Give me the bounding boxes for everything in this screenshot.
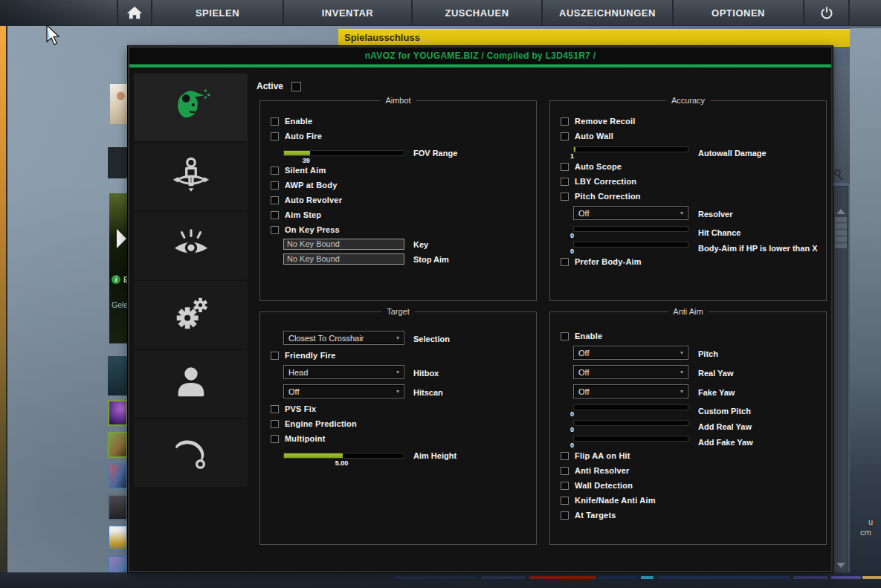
slider-fill xyxy=(284,453,343,458)
control-label: Selection xyxy=(413,335,450,343)
anti-resolver-checkbox[interactable] xyxy=(561,467,569,475)
friend-avatar[interactable] xyxy=(108,525,128,551)
sidebar-tab-visuals[interactable] xyxy=(134,212,248,280)
add-fake-yaw-slider[interactable] xyxy=(573,436,688,442)
strip-segment xyxy=(529,576,596,579)
autowall-damage-slider[interactable] xyxy=(573,146,688,152)
checkbox-label: Wall Detection xyxy=(575,481,633,490)
left-edge-strip xyxy=(0,26,7,588)
friend-avatar[interactable] xyxy=(108,463,128,489)
tab-spielen[interactable]: SPIELEN xyxy=(151,0,283,26)
checkbox-label: Flip AA on Hit xyxy=(575,451,630,460)
fov-range-slider[interactable] xyxy=(283,150,404,156)
control-row: Aim Step xyxy=(260,207,536,222)
power-button[interactable] xyxy=(803,0,850,26)
bg-profile-photo xyxy=(110,84,128,124)
strip-segment xyxy=(394,576,476,579)
scroll-up-icon[interactable] xyxy=(836,209,845,214)
sidebar-tab-skins[interactable] xyxy=(134,419,248,487)
control-row: Auto Wall xyxy=(550,129,826,143)
selection-dropdown[interactable]: Closest To Crosshair▾ xyxy=(283,331,404,345)
real-yaw-dropdown[interactable]: Off▾ xyxy=(573,365,688,379)
friend-avatar[interactable] xyxy=(108,400,128,426)
pvs-fix-checkbox[interactable] xyxy=(271,405,279,413)
auto-fire-checkbox[interactable] xyxy=(271,132,279,140)
key-input[interactable]: No Key Bound xyxy=(283,239,404,250)
slider-value: 5.00 xyxy=(335,459,349,467)
aim-height-slider[interactable] xyxy=(283,453,404,459)
checkbox-label: Multipoint xyxy=(285,434,326,443)
scroll-down-icon[interactable] xyxy=(836,563,845,568)
knife-nade-anti-aim-checkbox[interactable] xyxy=(561,497,569,505)
lby-correction-checkbox[interactable] xyxy=(561,178,569,186)
multipoint-checkbox[interactable] xyxy=(271,435,279,443)
control-label: Add Fake Yaw xyxy=(698,438,753,447)
enable-checkbox[interactable] xyxy=(271,117,279,126)
auto-wall-checkbox[interactable] xyxy=(561,132,569,140)
body-aim-if-hp-is-lower-than-x-slider[interactable] xyxy=(573,242,688,248)
tab-zuschauen[interactable]: ZUSCHAUEN xyxy=(411,0,541,26)
checkbox-label: Prefer Body-Aim xyxy=(575,257,642,266)
control-row: Silent Aim xyxy=(260,163,536,178)
auto-scope-checkbox[interactable] xyxy=(561,163,569,171)
eye-icon xyxy=(171,224,211,268)
pitch-dropdown[interactable]: Off▾ xyxy=(573,346,688,360)
tab-auszeichnungen[interactable]: AUSZEICHNUNGEN xyxy=(541,0,672,26)
remove-recoil-checkbox[interactable] xyxy=(561,117,569,126)
active-checkbox[interactable] xyxy=(291,82,301,91)
checkbox-label: Auto Revolver xyxy=(285,196,342,204)
tab-optionen[interactable]: OPTIONEN xyxy=(672,0,803,26)
resolver-dropdown[interactable]: Off▾ xyxy=(573,206,688,220)
hit-chance-slider[interactable] xyxy=(573,226,688,232)
scrollbar-thumb[interactable] xyxy=(835,217,847,248)
engine-prediction-checkbox[interactable] xyxy=(271,420,279,428)
slider-fill xyxy=(284,151,310,155)
add-real-yaw-slider[interactable] xyxy=(573,420,688,426)
control-row: Friendly Fire xyxy=(260,348,536,363)
sidebar-tab-players[interactable] xyxy=(134,350,248,418)
sidebar-tab-misc[interactable] xyxy=(134,281,248,349)
pitch-correction-checkbox[interactable] xyxy=(561,193,569,201)
wall-detection-checkbox[interactable] xyxy=(561,482,569,490)
stop-aim-input[interactable]: No Key Bound xyxy=(283,253,404,265)
home-icon xyxy=(126,7,143,19)
search-icon[interactable] xyxy=(834,169,841,176)
fake-yaw-dropdown[interactable]: Off▾ xyxy=(573,384,688,398)
dropdown-value: Closest To Crosshair xyxy=(288,334,364,343)
group-accuracy: Accuracy Remove RecoilAuto Wall1Autowall… xyxy=(549,100,827,301)
silent-aim-checkbox[interactable] xyxy=(271,167,279,175)
flip-aa-on-hit-checkbox[interactable] xyxy=(561,452,569,460)
auto-revolver-checkbox[interactable] xyxy=(271,196,279,204)
at-targets-checkbox[interactable] xyxy=(561,511,569,520)
strip-segment xyxy=(657,576,790,579)
control-row: At Targets xyxy=(550,508,826,523)
dropdown-value: Off xyxy=(288,387,299,396)
hitbox-dropdown[interactable]: Head▾ xyxy=(283,365,404,379)
friendly-fire-checkbox[interactable] xyxy=(271,352,279,360)
enable-checkbox[interactable] xyxy=(561,332,569,340)
sidebar-tab-aimbot[interactable] xyxy=(134,74,248,141)
hitscan-dropdown[interactable]: Off▾ xyxy=(283,384,404,398)
sidebar-tab-antiaim[interactable] xyxy=(134,143,248,210)
control-label: Hitscan xyxy=(413,388,443,397)
control-row: 0Hit Chance xyxy=(550,223,826,239)
control-row: LBY Correction xyxy=(550,174,826,189)
control-label: Key xyxy=(413,240,428,249)
control-row: Off▾Pitch xyxy=(550,343,826,363)
on-key-press-checkbox[interactable] xyxy=(271,226,279,234)
play-icon[interactable] xyxy=(117,229,126,248)
chevron-down-icon: ▾ xyxy=(680,349,683,356)
top-navbar: SPIELEN INVENTAR ZUSCHAUEN AUSZEICHNUNGE… xyxy=(0,0,881,26)
friend-avatar[interactable] xyxy=(108,432,128,458)
awp-at-body-checkbox[interactable] xyxy=(271,181,279,190)
strip-segment xyxy=(599,576,638,579)
prefer-body-aim-checkbox[interactable] xyxy=(561,258,569,266)
control-label: Hitbox xyxy=(413,369,439,378)
friend-avatar[interactable] xyxy=(108,494,128,520)
control-row: 1Autowall Damage xyxy=(550,143,826,159)
custom-pitch-slider[interactable] xyxy=(573,404,688,410)
checkbox-label: Knife/Nade Anti Aim xyxy=(575,496,656,505)
tab-inventar[interactable]: INVENTAR xyxy=(283,0,411,26)
aim-step-checkbox[interactable] xyxy=(271,211,279,219)
home-tab[interactable] xyxy=(117,0,151,26)
